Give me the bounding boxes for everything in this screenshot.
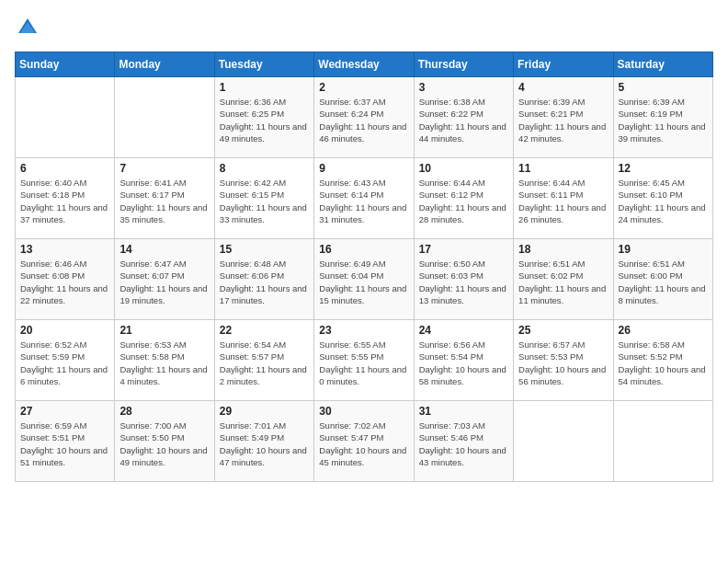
day-info: Sunrise: 6:50 AM Sunset: 6:03 PM Dayligh…: [419, 258, 508, 306]
day-cell: 26Sunrise: 6:58 AM Sunset: 5:52 PM Dayli…: [613, 320, 712, 401]
day-cell: 15Sunrise: 6:48 AM Sunset: 6:06 PM Dayli…: [214, 239, 313, 320]
day-number: 4: [518, 81, 608, 94]
day-cell: [16, 77, 115, 158]
day-number: 16: [319, 243, 408, 256]
day-info: Sunrise: 6:39 AM Sunset: 6:21 PM Dayligh…: [518, 96, 608, 144]
day-number: 22: [220, 324, 309, 337]
header-cell-wednesday: Wednesday: [314, 52, 414, 77]
day-cell: 23Sunrise: 6:55 AM Sunset: 5:55 PM Dayli…: [314, 320, 414, 401]
header-cell-saturday: Saturday: [613, 52, 712, 77]
day-cell: 5Sunrise: 6:39 AM Sunset: 6:19 PM Daylig…: [613, 77, 712, 158]
day-number: 1: [220, 81, 309, 94]
day-cell: 8Sunrise: 6:42 AM Sunset: 6:15 PM Daylig…: [214, 158, 313, 239]
day-cell: 7Sunrise: 6:41 AM Sunset: 6:17 PM Daylig…: [115, 158, 214, 239]
day-cell: 25Sunrise: 6:57 AM Sunset: 5:53 PM Dayli…: [514, 320, 613, 401]
day-cell: 3Sunrise: 6:38 AM Sunset: 6:22 PM Daylig…: [414, 77, 513, 158]
day-cell: 22Sunrise: 6:54 AM Sunset: 5:57 PM Dayli…: [214, 320, 313, 401]
day-number: 27: [20, 405, 109, 418]
day-info: Sunrise: 6:52 AM Sunset: 5:59 PM Dayligh…: [20, 339, 109, 387]
week-row-5: 27Sunrise: 6:59 AM Sunset: 5:51 PM Dayli…: [16, 401, 713, 482]
day-cell: [514, 401, 613, 482]
day-cell: [613, 401, 712, 482]
week-row-3: 13Sunrise: 6:46 AM Sunset: 6:08 PM Dayli…: [16, 239, 713, 320]
day-number: 25: [518, 324, 608, 337]
day-info: Sunrise: 6:58 AM Sunset: 5:52 PM Dayligh…: [619, 339, 708, 387]
day-info: Sunrise: 7:00 AM Sunset: 5:50 PM Dayligh…: [119, 419, 209, 468]
day-info: Sunrise: 6:36 AM Sunset: 6:25 PM Dayligh…: [220, 96, 309, 144]
day-number: 31: [419, 405, 508, 418]
day-cell: 13Sunrise: 6:46 AM Sunset: 6:08 PM Dayli…: [16, 239, 115, 320]
day-number: 23: [319, 324, 408, 337]
day-info: Sunrise: 6:53 AM Sunset: 5:58 PM Dayligh…: [119, 339, 209, 387]
day-number: 8: [220, 162, 309, 175]
day-cell: 9Sunrise: 6:43 AM Sunset: 6:14 PM Daylig…: [314, 158, 414, 239]
day-cell: 21Sunrise: 6:53 AM Sunset: 5:58 PM Dayli…: [115, 320, 214, 401]
day-cell: 24Sunrise: 6:56 AM Sunset: 5:54 PM Dayli…: [414, 320, 513, 401]
day-number: 19: [619, 243, 708, 256]
day-cell: 16Sunrise: 6:49 AM Sunset: 6:04 PM Dayli…: [314, 239, 414, 320]
day-number: 6: [20, 162, 109, 175]
logo: [15, 15, 44, 40]
day-cell: 10Sunrise: 6:44 AM Sunset: 6:12 PM Dayli…: [414, 158, 513, 239]
day-number: 17: [419, 243, 508, 256]
day-number: 24: [419, 324, 508, 337]
day-number: 18: [518, 243, 608, 256]
calendar-body: 1Sunrise: 6:36 AM Sunset: 6:25 PM Daylig…: [16, 77, 713, 482]
day-number: 3: [419, 81, 508, 94]
day-info: Sunrise: 6:45 AM Sunset: 6:10 PM Dayligh…: [619, 177, 708, 225]
calendar-table: SundayMondayTuesdayWednesdayThursdayFrid…: [15, 52, 713, 482]
day-info: Sunrise: 6:42 AM Sunset: 6:15 PM Dayligh…: [220, 177, 309, 225]
day-number: 14: [119, 243, 209, 256]
day-info: Sunrise: 6:41 AM Sunset: 6:17 PM Dayligh…: [119, 177, 209, 225]
header-cell-sunday: Sunday: [16, 52, 115, 77]
day-info: Sunrise: 6:44 AM Sunset: 6:11 PM Dayligh…: [518, 177, 608, 225]
header-cell-monday: Monday: [115, 52, 214, 77]
day-info: Sunrise: 7:01 AM Sunset: 5:49 PM Dayligh…: [220, 419, 309, 468]
day-number: 21: [119, 324, 209, 337]
day-number: 2: [319, 81, 408, 94]
day-number: 7: [119, 162, 209, 175]
day-cell: 28Sunrise: 7:00 AM Sunset: 5:50 PM Dayli…: [115, 401, 214, 482]
day-info: Sunrise: 6:38 AM Sunset: 6:22 PM Dayligh…: [419, 96, 508, 144]
day-cell: 2Sunrise: 6:37 AM Sunset: 6:24 PM Daylig…: [314, 77, 414, 158]
day-cell: 11Sunrise: 6:44 AM Sunset: 6:11 PM Dayli…: [514, 158, 613, 239]
day-number: 30: [319, 405, 408, 418]
day-number: 10: [419, 162, 508, 175]
page-header: [15, 15, 713, 40]
day-info: Sunrise: 6:51 AM Sunset: 6:00 PM Dayligh…: [619, 258, 708, 306]
day-info: Sunrise: 6:40 AM Sunset: 6:18 PM Dayligh…: [20, 177, 109, 225]
week-row-4: 20Sunrise: 6:52 AM Sunset: 5:59 PM Dayli…: [16, 320, 713, 401]
day-info: Sunrise: 6:48 AM Sunset: 6:06 PM Dayligh…: [220, 258, 309, 306]
day-info: Sunrise: 7:02 AM Sunset: 5:47 PM Dayligh…: [319, 419, 408, 468]
day-cell: 29Sunrise: 7:01 AM Sunset: 5:49 PM Dayli…: [214, 401, 313, 482]
day-number: 29: [220, 405, 309, 418]
header-cell-friday: Friday: [514, 52, 613, 77]
day-number: 11: [518, 162, 608, 175]
header-row: SundayMondayTuesdayWednesdayThursdayFrid…: [16, 52, 713, 77]
day-cell: 14Sunrise: 6:47 AM Sunset: 6:07 PM Dayli…: [115, 239, 214, 320]
day-info: Sunrise: 7:03 AM Sunset: 5:46 PM Dayligh…: [419, 419, 508, 468]
day-cell: 31Sunrise: 7:03 AM Sunset: 5:46 PM Dayli…: [414, 401, 513, 482]
day-cell: 18Sunrise: 6:51 AM Sunset: 6:02 PM Dayli…: [514, 239, 613, 320]
day-number: 26: [619, 324, 708, 337]
day-info: Sunrise: 6:47 AM Sunset: 6:07 PM Dayligh…: [119, 258, 209, 306]
day-info: Sunrise: 6:55 AM Sunset: 5:55 PM Dayligh…: [319, 339, 408, 387]
day-cell: 27Sunrise: 6:59 AM Sunset: 5:51 PM Dayli…: [16, 401, 115, 482]
day-cell: 6Sunrise: 6:40 AM Sunset: 6:18 PM Daylig…: [16, 158, 115, 239]
calendar-header: SundayMondayTuesdayWednesdayThursdayFrid…: [16, 52, 713, 77]
day-cell: 17Sunrise: 6:50 AM Sunset: 6:03 PM Dayli…: [414, 239, 513, 320]
day-number: 15: [220, 243, 309, 256]
day-info: Sunrise: 6:56 AM Sunset: 5:54 PM Dayligh…: [419, 339, 508, 387]
day-cell: [115, 77, 214, 158]
day-info: Sunrise: 6:51 AM Sunset: 6:02 PM Dayligh…: [518, 258, 608, 306]
day-cell: 20Sunrise: 6:52 AM Sunset: 5:59 PM Dayli…: [16, 320, 115, 401]
day-cell: 30Sunrise: 7:02 AM Sunset: 5:47 PM Dayli…: [314, 401, 414, 482]
header-cell-tuesday: Tuesday: [214, 52, 313, 77]
day-info: Sunrise: 6:49 AM Sunset: 6:04 PM Dayligh…: [319, 258, 408, 306]
header-cell-thursday: Thursday: [414, 52, 513, 77]
day-info: Sunrise: 6:39 AM Sunset: 6:19 PM Dayligh…: [619, 96, 708, 144]
day-info: Sunrise: 6:54 AM Sunset: 5:57 PM Dayligh…: [220, 339, 309, 387]
day-number: 28: [119, 405, 209, 418]
day-info: Sunrise: 6:43 AM Sunset: 6:14 PM Dayligh…: [319, 177, 408, 225]
week-row-2: 6Sunrise: 6:40 AM Sunset: 6:18 PM Daylig…: [16, 158, 713, 239]
